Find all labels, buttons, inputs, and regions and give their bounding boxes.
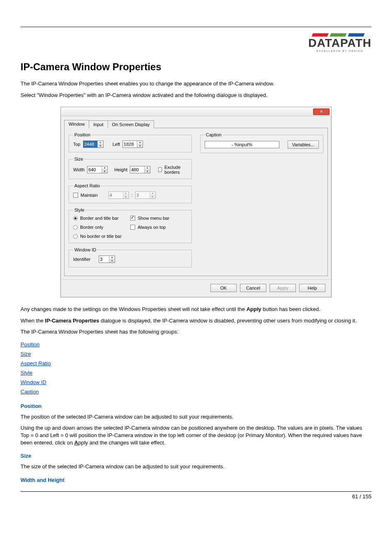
logo-tagline: EXCELLENCE BY DESIGN <box>308 50 371 52</box>
note-apply: Any changes made to the settings on the … <box>21 306 371 313</box>
close-icon[interactable]: ✕ <box>313 108 330 115</box>
apply-button[interactable]: Apply <box>270 284 296 292</box>
label-top: Top <box>73 142 81 147</box>
top-stepper[interactable]: ▲▼ <box>83 140 104 148</box>
heading-position: Position <box>21 403 371 409</box>
height-input[interactable] <box>130 166 144 173</box>
intro-paragraph-2: Select "Window Properties" with an IP-Ca… <box>21 92 371 99</box>
height-stepper[interactable]: ▲▼ <box>130 166 150 173</box>
tab-osd[interactable]: On Screen Display <box>108 120 154 128</box>
variables-button[interactable]: Variables... <box>288 140 319 149</box>
dialog-button-row: OK Cancel Apply Help <box>61 279 331 297</box>
show-menu-checkbox[interactable] <box>130 216 135 221</box>
group-style: Style Border and title bar Show menu bar <box>69 207 192 243</box>
label-identifier: Identifier <box>73 257 90 262</box>
link-position[interactable]: Position <box>21 341 39 348</box>
position-para-1: The position of the selected IP-Camera w… <box>21 413 371 421</box>
width-input[interactable] <box>88 166 101 173</box>
link-style[interactable]: Style <box>21 370 32 376</box>
cancel-button[interactable]: Cancel <box>240 284 266 292</box>
link-size[interactable]: Size <box>21 351 31 357</box>
group-links: Position Size Aspect Ratio Style Window … <box>21 340 371 396</box>
spinner-icon[interactable]: ▲▼ <box>144 166 150 173</box>
ratio-a-stepper[interactable]: ▲▼ <box>108 191 129 199</box>
spinner-icon[interactable]: ▲▼ <box>150 192 155 198</box>
always-on-top-checkbox[interactable] <box>130 225 135 230</box>
caption-input[interactable]: - %input% <box>205 141 279 148</box>
legend-caption: Caption <box>205 132 223 137</box>
spinner-icon[interactable]: ▲▼ <box>137 141 143 147</box>
help-button[interactable]: Help <box>299 284 325 292</box>
ratio-separator: : <box>131 193 133 198</box>
left-stepper[interactable]: ▲▼ <box>122 140 143 148</box>
label-show-menu: Show menu bar <box>138 216 169 221</box>
legend-size: Size <box>73 157 84 161</box>
group-aspect-ratio: Aspect Ratio Maintain ▲▼ : ▲▼ <box>69 183 192 203</box>
position-para-2: Using the up and down arrows the selecte… <box>21 424 371 446</box>
heading-width-height: Width and Height <box>21 477 371 483</box>
spinner-icon[interactable]: ▲▼ <box>101 166 107 173</box>
label-no-border: No border or title bar <box>80 234 122 239</box>
link-caption[interactable]: Caption <box>21 389 39 395</box>
group-window-id: Window ID Identifier ▲▼ <box>69 247 192 267</box>
tab-window[interactable]: Window <box>64 120 89 128</box>
legend-winid: Window ID <box>73 247 97 252</box>
label-border-only: Border only <box>80 225 103 230</box>
radio-no-border[interactable] <box>73 234 78 239</box>
maintain-checkbox[interactable] <box>73 193 78 198</box>
dialog-tabs: Window Input On Screen Display <box>61 116 331 128</box>
size-para-1: The size of the selected IP-Camera windo… <box>21 463 371 470</box>
top-input[interactable] <box>83 141 97 147</box>
ratio-b-input[interactable] <box>136 192 150 198</box>
intro-paragraph-1: The IP-Camera Window Properties sheet en… <box>21 80 371 88</box>
label-width: Width <box>73 167 85 172</box>
group-caption: Caption - %input% Variables... <box>200 132 323 153</box>
legend-aspect: Aspect Ratio <box>73 183 101 188</box>
heading-size: Size <box>21 453 371 459</box>
note-disabled: When the IP-Camera Properties dialogue i… <box>21 317 371 325</box>
left-input[interactable] <box>123 141 137 147</box>
top-rule <box>21 27 371 27</box>
group-position: Position Top ▲▼ Left ▲▼ <box>69 132 192 152</box>
brand-logo: DATAPATH EXCELLENCE BY DESIGN <box>21 33 371 53</box>
label-height: Height <box>114 167 127 172</box>
label-always-on-top: Always on top <box>138 225 166 230</box>
label-maintain: Maintain <box>81 193 98 198</box>
ok-button[interactable]: OK <box>210 284 237 292</box>
label-border-title: Border and title bar <box>80 216 119 221</box>
identifier-stepper[interactable]: ▲▼ <box>99 256 115 263</box>
spinner-icon[interactable]: ▲▼ <box>109 256 115 263</box>
link-aspect-ratio[interactable]: Aspect Ratio <box>21 360 51 366</box>
spinner-icon[interactable]: ▲▼ <box>97 141 103 147</box>
label-exclude-borders: Exclude borders <box>164 165 187 175</box>
page-title: IP-Camera Window Properties <box>21 61 371 73</box>
page-number: 61 / 155 <box>21 491 371 500</box>
exclude-borders-checkbox[interactable] <box>158 167 162 172</box>
properties-dialog: ✕ Window Input On Screen Display Positio… <box>60 107 332 297</box>
legend-position: Position <box>73 132 92 137</box>
radio-border-only[interactable] <box>73 225 78 230</box>
width-stepper[interactable]: ▲▼ <box>87 166 108 173</box>
group-size: Size Width ▲▼ Height ▲▼ <box>69 157 192 179</box>
tab-input[interactable]: Input <box>89 120 108 128</box>
identifier-input[interactable] <box>99 256 109 263</box>
dialog-titlebar: ✕ <box>61 107 331 116</box>
groups-intro: The IP-Camera Window Properties sheet ha… <box>21 328 371 336</box>
ratio-a-input[interactable] <box>109 192 123 198</box>
link-window-id[interactable]: Window ID <box>21 379 46 385</box>
logo-text: DATAPATH <box>308 37 371 49</box>
label-left: Left <box>113 142 120 147</box>
legend-style: Style <box>73 207 85 212</box>
spinner-icon[interactable]: ▲▼ <box>123 192 129 198</box>
ratio-b-stepper[interactable]: ▲▼ <box>135 191 156 199</box>
radio-border-title[interactable] <box>73 216 78 221</box>
